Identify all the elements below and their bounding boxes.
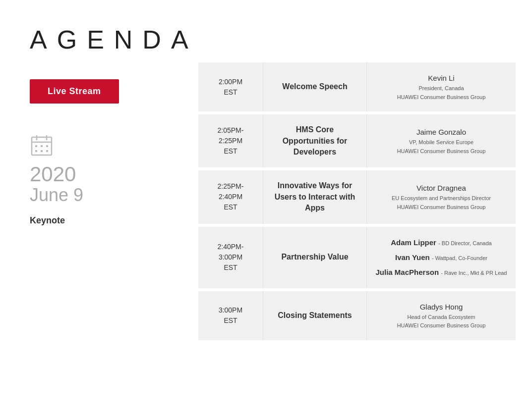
session-time: 2:05PM-2:25PMEST bbox=[198, 114, 263, 167]
session-time: 2:00PMEST bbox=[198, 62, 263, 111]
session-speakers: Gladys HongHead of Canada EcosystemHUAWE… bbox=[367, 291, 516, 340]
year-label: 2020 bbox=[30, 164, 188, 185]
session-time: 3:00PMEST bbox=[198, 291, 263, 340]
session-topic: Closing Statements bbox=[263, 291, 367, 340]
session-speakers: Adam Lipper - BD Director, CanadaIvan Yu… bbox=[367, 227, 516, 288]
session-time: 2:25PM-2:40PMEST bbox=[198, 170, 263, 223]
session-topic: HMS Core Opportunities for Developers bbox=[263, 114, 367, 167]
svg-rect-9 bbox=[46, 150, 48, 152]
session-topic: Innovative Ways for Users to Interact wi… bbox=[263, 170, 367, 223]
session-speakers: Jaime GonzaloVP, Mobile Service EuropeHU… bbox=[367, 114, 516, 167]
svg-rect-5 bbox=[41, 145, 43, 147]
date-label: June 9 bbox=[30, 185, 188, 206]
session-speakers: Kevin LiPresident, CanadaHUAWEI Consumer… bbox=[367, 62, 516, 111]
svg-rect-4 bbox=[35, 145, 37, 147]
svg-rect-6 bbox=[46, 145, 48, 147]
event-type-label: Keynote bbox=[30, 215, 188, 226]
svg-rect-8 bbox=[41, 150, 43, 152]
svg-rect-7 bbox=[35, 150, 37, 152]
session-topic: Partnership Value bbox=[263, 227, 367, 288]
session-speakers: Victor DragneaEU Ecosystem and Partnersh… bbox=[367, 170, 516, 223]
table-row: 2:05PM-2:25PMESTHMS Core Opportunities f… bbox=[198, 114, 516, 167]
agenda-table: 2:00PMESTWelcome SpeechKevin LiPresident… bbox=[198, 59, 516, 343]
table-row: 2:40PM-3:00PMESTPartnership ValueAdam Li… bbox=[198, 227, 516, 288]
calendar-icon bbox=[30, 133, 54, 157]
live-stream-button[interactable]: Live Stream bbox=[30, 79, 119, 104]
table-row: 3:00PMESTClosing StatementsGladys HongHe… bbox=[198, 291, 516, 340]
agenda-title: AGENDA bbox=[30, 25, 502, 54]
table-row: 2:00PMESTWelcome SpeechKevin LiPresident… bbox=[198, 62, 516, 111]
session-topic: Welcome Speech bbox=[263, 62, 367, 111]
session-time: 2:40PM-3:00PMEST bbox=[198, 227, 263, 288]
table-row: 2:25PM-2:40PMESTInnovative Ways for User… bbox=[198, 170, 516, 223]
